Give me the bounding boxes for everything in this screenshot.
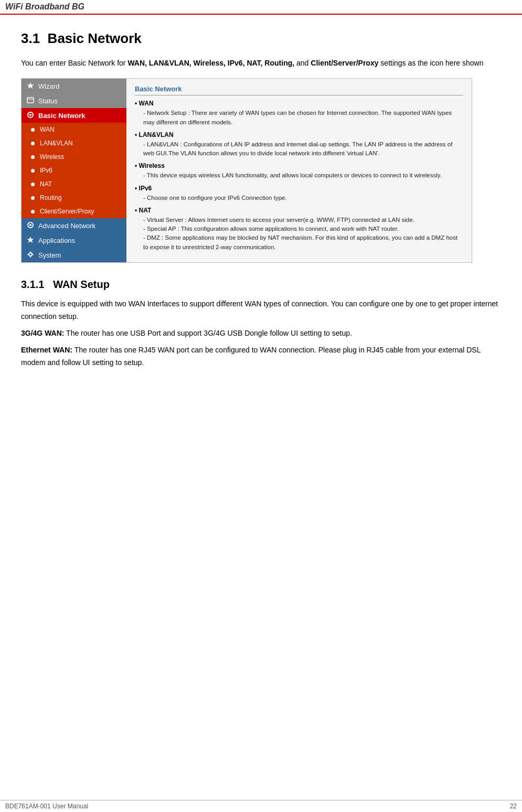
subsection-para2: 3G/4G WAN: The router has one USB Port a… bbox=[21, 327, 501, 340]
panel-nat-line3: DMZ : Some applications may be blocked b… bbox=[135, 233, 463, 252]
panel-nat-line2: Special AP : This configuration allows s… bbox=[135, 225, 463, 233]
dot-icon-routing bbox=[31, 196, 35, 200]
sidebar-wan-label: WAN bbox=[40, 126, 55, 133]
panel-nat-line1: Virtual Server : Allows Internet users t… bbox=[135, 216, 463, 225]
panel-lan-vlan-text: LAN&VLAN : Configurations of LAN IP addr… bbox=[135, 140, 463, 158]
panel-title: Basic Network bbox=[135, 85, 463, 95]
system-icon bbox=[27, 251, 35, 259]
page-header: WiFi Broadband BG bbox=[0, 0, 522, 15]
panel-section-wireless: Wireless This device equips wireless LAN… bbox=[135, 162, 463, 180]
panel-section-lan-vlan: LAN&VLAN LAN&VLAN : Configurations of LA… bbox=[135, 131, 463, 158]
sidebar-item-system[interactable]: System bbox=[22, 248, 126, 262]
sidebar-client-server-proxy-label: Client/Server/Proxy bbox=[40, 208, 94, 215]
dot-icon-proxy bbox=[31, 210, 35, 213]
content-area: 3.1 Basic Network You can enter Basic Ne… bbox=[0, 15, 522, 404]
dot-icon-nat bbox=[31, 183, 35, 186]
dot-icon-ipv6 bbox=[31, 169, 35, 173]
sidebar-item-wan[interactable]: WAN bbox=[22, 123, 126, 136]
svg-point-8 bbox=[29, 253, 32, 256]
sidebar-system-label: System bbox=[38, 251, 61, 259]
sidebar-wizard-label: Wizard bbox=[38, 82, 59, 90]
sidebar-item-applications[interactable]: Applications bbox=[22, 233, 126, 248]
sidebar-basic-network-label: Basic Network bbox=[38, 112, 86, 120]
sidebar-nat-label: NAT bbox=[40, 180, 52, 188]
svg-rect-1 bbox=[27, 98, 34, 103]
header-title: WiFi Broadband BG bbox=[5, 2, 84, 11]
svg-marker-7 bbox=[27, 237, 34, 243]
panel-ipv6-text: Choose one to configure your IPv6 Connec… bbox=[135, 194, 463, 202]
panel-section-ipv6: IPv6 Choose one to configure your IPv6 C… bbox=[135, 185, 463, 202]
svg-marker-0 bbox=[27, 82, 34, 89]
panel-wan-head: WAN bbox=[135, 100, 463, 107]
star-icon bbox=[27, 82, 35, 90]
subsection-title: 3.1.1 WAN Setup bbox=[21, 279, 501, 291]
sidebar-applications-label: Applications bbox=[38, 237, 75, 244]
sidebar-item-ipv6[interactable]: IPv6 bbox=[22, 164, 126, 177]
panel-wan-text: Network Setup : There are variety of WAN… bbox=[135, 109, 463, 127]
panel-ipv6-head: IPv6 bbox=[135, 185, 463, 192]
sidebar-item-wizard[interactable]: Wizard bbox=[22, 79, 126, 93]
sidebar-ipv6-label: IPv6 bbox=[40, 167, 52, 174]
panel-nat-head: NAT bbox=[135, 207, 463, 214]
applications-icon bbox=[27, 236, 35, 244]
sidebar-item-basic-network[interactable]: Basic Network bbox=[22, 108, 126, 123]
sidebar-routing-label: Routing bbox=[40, 194, 61, 201]
wan-3g4g-label: 3G/4G WAN: bbox=[21, 329, 64, 337]
basic-network-icon bbox=[27, 111, 35, 120]
intro-paragraph: You can enter Basic Network for WAN, LAN… bbox=[21, 57, 501, 69]
footer-left: BDE761AM-001 User Manual bbox=[5, 803, 88, 810]
status-icon bbox=[27, 97, 35, 105]
svg-point-6 bbox=[29, 224, 31, 226]
sidebar-lan-vlan-label: LAN&VLAN bbox=[40, 140, 73, 147]
dot-icon-wireless bbox=[31, 155, 35, 159]
sidebar-item-lan-vlan[interactable]: LAN&VLAN bbox=[22, 136, 126, 150]
subsection-para1: This device is equipped with two WAN Int… bbox=[21, 298, 501, 323]
svg-point-4 bbox=[29, 114, 31, 116]
main-panel: Basic Network WAN Network Setup : There … bbox=[126, 79, 472, 262]
screenshot-box: Wizard Status Basic Network WAN bbox=[21, 78, 472, 263]
sidebar-item-nat[interactable]: NAT bbox=[22, 177, 126, 191]
sidebar-status-label: Status bbox=[38, 97, 58, 105]
dot-icon-wan bbox=[31, 128, 35, 132]
sidebar-advanced-network-label: Advanced Network bbox=[38, 222, 95, 230]
section-title: 3.1 Basic Network bbox=[21, 30, 501, 47]
panel-section-wan: WAN Network Setup : There are variety of… bbox=[135, 100, 463, 127]
advanced-network-icon bbox=[27, 221, 35, 230]
sidebar-item-advanced-network[interactable]: Advanced Network bbox=[22, 218, 126, 233]
footer-right: 22 bbox=[510, 803, 517, 810]
sidebar-item-routing[interactable]: Routing bbox=[22, 191, 126, 205]
panel-wireless-head: Wireless bbox=[135, 162, 463, 169]
page-footer: BDE761AM-001 User Manual 22 bbox=[0, 800, 522, 812]
panel-wireless-text: This device equips wireless LAN function… bbox=[135, 171, 463, 180]
panel-section-nat: NAT Virtual Server : Allows Internet use… bbox=[135, 207, 463, 252]
wan-ethernet-label: Ethernet WAN: bbox=[21, 346, 72, 354]
panel-lan-vlan-head: LAN&VLAN bbox=[135, 131, 463, 138]
sidebar-item-client-server-proxy[interactable]: Client/Server/Proxy bbox=[22, 205, 126, 218]
sidebar-item-wireless[interactable]: Wireless bbox=[22, 150, 126, 164]
sidebar-item-status[interactable]: Status bbox=[22, 93, 126, 108]
dot-icon-lan bbox=[31, 142, 35, 145]
sidebar-wireless-label: Wireless bbox=[40, 153, 64, 161]
subsection-para3: Ethernet WAN: The router has one RJ45 WA… bbox=[21, 344, 501, 369]
sidebar: Wizard Status Basic Network WAN bbox=[22, 79, 126, 262]
